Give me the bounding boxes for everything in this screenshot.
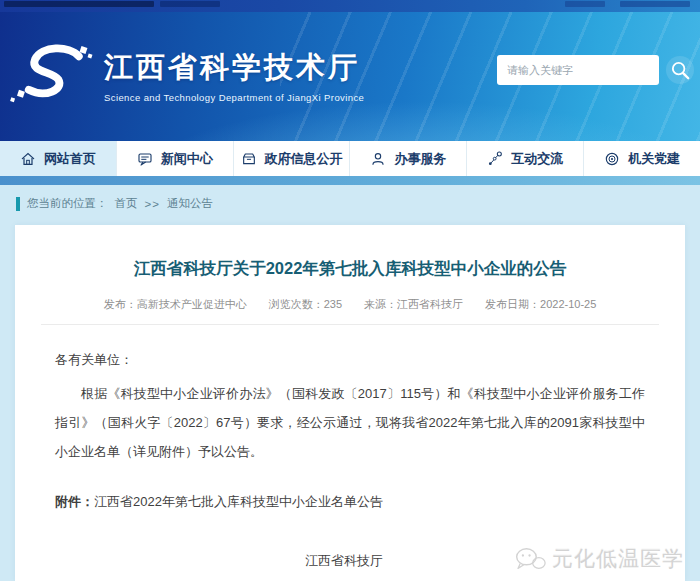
watermark-text: 元化低温医学 xyxy=(552,545,684,573)
breadcrumb-marker xyxy=(16,197,20,211)
cropped-text-fragment xyxy=(565,1,605,7)
nav-item-label: 机关党建 xyxy=(628,150,680,168)
news-icon xyxy=(137,151,153,167)
article-meta: 发布：高新技术产业促进中心 浏览次数：235 来源：江西省科技厅 发布日期：20… xyxy=(15,297,685,312)
nav-item-label: 互动交流 xyxy=(511,150,563,168)
attachment-line: 附件：江西省2022年第七批入库科技型中小企业名单公告 xyxy=(55,493,645,511)
breadcrumb-separator: >> xyxy=(145,198,160,210)
breadcrumb-home-link[interactable]: 首页 xyxy=(115,196,138,211)
breadcrumb-current-link[interactable]: 通知公告 xyxy=(167,196,213,211)
watermark: 元化低温医学 xyxy=(514,545,684,573)
meta-source: 来源：江西省科技厅 xyxy=(364,297,463,312)
article-paragraph: 根据《科技型中小企业评价办法》（国科发政〔2017〕115号）和《科技型中小企业… xyxy=(55,379,645,466)
nav-item-label: 政府信息公开 xyxy=(265,150,343,168)
main-nav: 网站首页 新闻中心 政府信息公开 办事服务 xyxy=(0,141,700,176)
emblem-icon xyxy=(604,151,620,167)
person-icon xyxy=(370,151,386,167)
nav-item-label: 办事服务 xyxy=(394,150,446,168)
cropped-text-fragment xyxy=(160,1,220,7)
brand-text: 江西省科学技术厅 Science and Technology Departme… xyxy=(104,48,364,103)
nav-item-label: 网站首页 xyxy=(44,150,96,168)
attachment-label: 附件： xyxy=(55,494,94,509)
meta-publisher: 发布：高新技术产业促进中心 xyxy=(104,297,247,312)
share-icon xyxy=(487,151,503,167)
meta-views: 浏览次数：235 xyxy=(269,297,342,312)
wechat-icon xyxy=(514,547,546,572)
nav-item-home[interactable]: 网站首页 xyxy=(0,141,117,176)
search-icon xyxy=(669,59,691,81)
site-subtitle: Science and Technology Department of Jia… xyxy=(104,92,364,103)
nav-item-label: 新闻中心 xyxy=(161,150,213,168)
attachment-link[interactable]: 江西省2022年第七批入库科技型中小企业名单公告 xyxy=(94,494,383,509)
cropped-top-strip xyxy=(0,0,700,12)
salutation: 各有关单位： xyxy=(55,351,645,369)
nav-item-party-building[interactable]: 机关党建 xyxy=(584,141,700,176)
nav-bottom-strip xyxy=(0,176,700,185)
folder-icon xyxy=(241,151,257,167)
breadcrumb-prefix: 您当前的位置： xyxy=(27,196,108,211)
search-input[interactable] xyxy=(497,55,659,85)
article-title: 江西省科技厅关于2022年第七批入库科技型中小企业的公告 xyxy=(15,258,685,280)
article-card: 江西省科技厅关于2022年第七批入库科技型中小企业的公告 发布：高新技术产业促进… xyxy=(15,225,685,581)
nav-item-interaction[interactable]: 互动交流 xyxy=(467,141,584,176)
page: 江西省科学技术厅 Science and Technology Departme… xyxy=(0,0,700,581)
home-icon xyxy=(20,151,36,167)
cropped-text-fragment xyxy=(620,1,690,7)
nav-item-news[interactable]: 新闻中心 xyxy=(117,141,234,176)
meta-divider xyxy=(41,324,659,325)
search-button[interactable] xyxy=(666,56,694,84)
site-header: 江西省科学技术厅 Science and Technology Departme… xyxy=(0,12,700,141)
site-brand[interactable]: 江西省科学技术厅 Science and Technology Departme… xyxy=(10,40,364,110)
content-background: 您当前的位置： 首页 >> 通知公告 江西省科技厅关于2022年第七批入库科技型… xyxy=(0,185,700,581)
site-logo-icon xyxy=(10,40,96,110)
nav-item-services[interactable]: 办事服务 xyxy=(350,141,467,176)
meta-date: 发布日期：2022-10-25 xyxy=(485,297,596,312)
cropped-text-fragment xyxy=(4,1,154,7)
site-title: 江西省科学技术厅 xyxy=(104,48,364,88)
nav-item-gov-info[interactable]: 政府信息公开 xyxy=(234,141,351,176)
breadcrumb: 您当前的位置： 首页 >> 通知公告 xyxy=(16,196,213,211)
search-area xyxy=(497,55,694,85)
